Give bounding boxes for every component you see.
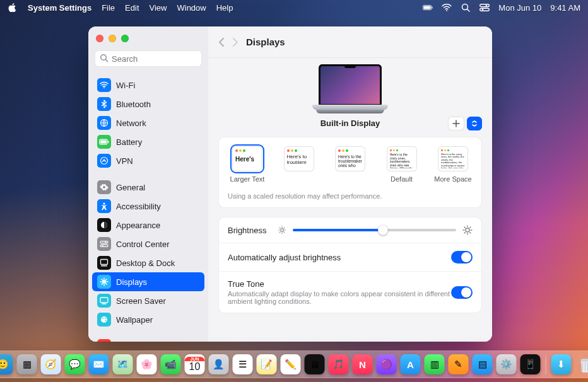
- dock-app-finder[interactable]: 🙂: [0, 354, 13, 374]
- sidebar-item-label: Screen Saver: [116, 296, 166, 306]
- svg-rect-20: [100, 245, 108, 246]
- window-minimize-button[interactable]: [109, 35, 116, 42]
- dock-app-maps[interactable]: 🗺️: [113, 354, 133, 374]
- dock-app-mail[interactable]: ✉️: [89, 354, 109, 374]
- window-zoom-button[interactable]: [121, 35, 129, 42]
- sidebar-item-label: Battery: [116, 137, 142, 147]
- svg-point-26: [101, 316, 107, 323]
- cc-icon: [97, 237, 111, 251]
- sidebar-item-bluetooth[interactable]: Bluetooth: [92, 95, 204, 113]
- dock-app-contacts[interactable]: 👤: [209, 354, 229, 374]
- dock-app-keynote[interactable]: ▤: [473, 354, 493, 374]
- batt-icon: [97, 135, 111, 149]
- spotlight-icon[interactable]: [461, 3, 471, 13]
- sidebar-item-wallpaper[interactable]: Wallpaper: [92, 310, 204, 329]
- menubar-item-view[interactable]: View: [150, 3, 167, 13]
- svg-point-30: [281, 229, 284, 232]
- dock-app-notes[interactable]: 📝: [257, 354, 277, 374]
- sidebar-item-vpn[interactable]: VPN: [92, 151, 204, 170]
- dock-app-iphone-mirroring[interactable]: 📱: [520, 354, 541, 374]
- dock-app-calendar[interactable]: JUN10: [185, 354, 205, 374]
- svg-rect-7: [480, 8, 490, 11]
- dock-app-launchpad[interactable]: ▦: [17, 354, 37, 374]
- control-center-icon[interactable]: [479, 3, 490, 13]
- add-display-button[interactable]: [448, 117, 464, 130]
- display-thumbnail[interactable]: [312, 64, 388, 113]
- menubar-time[interactable]: 9:41 AM: [550, 3, 580, 13]
- dock-app-numbers[interactable]: ▥: [425, 354, 445, 374]
- resolution-option-3[interactable]: Here's to the crazy ones, troublemakers,…: [382, 146, 421, 183]
- resolution-option-0[interactable]: Here'sLarger Text: [228, 146, 267, 183]
- svg-rect-18: [100, 241, 108, 243]
- auto-brightness-label: Automatically adjust brightness: [228, 253, 341, 262]
- menubar-item-window[interactable]: Window: [177, 3, 206, 13]
- sidebar-item-wi-fi[interactable]: Wi-Fi: [92, 76, 204, 95]
- svg-point-29: [105, 320, 107, 321]
- sidebar-item-network[interactable]: Network: [92, 113, 204, 132]
- sidebar-item-displays[interactable]: Displays: [92, 272, 204, 291]
- dock-app-facetime[interactable]: 📹: [161, 354, 181, 374]
- resolution-option-1[interactable]: Here's to troublem: [279, 146, 319, 183]
- truetone-switch[interactable]: [451, 286, 473, 299]
- brightness-slider[interactable]: [293, 229, 456, 231]
- brightness-min-icon: [278, 226, 286, 234]
- svg-point-32: [580, 359, 588, 361]
- dock-app-appstore[interactable]: A: [401, 354, 421, 374]
- acc-icon: [97, 199, 111, 213]
- search-input[interactable]: [95, 50, 202, 67]
- dock-trash[interactable]: [575, 354, 589, 374]
- sidebar-item-appearance[interactable]: Appearance: [92, 216, 204, 234]
- menubar-app-name[interactable]: System Settings: [28, 3, 91, 13]
- sidebar-item-control-center[interactable]: Control Center: [92, 234, 204, 253]
- battery-status-icon[interactable]: [423, 3, 433, 13]
- menubar-item-edit[interactable]: Edit: [125, 3, 139, 13]
- svg-point-8: [482, 9, 484, 11]
- display-arrangement-popup[interactable]: [467, 117, 482, 130]
- wifi-status-icon[interactable]: [442, 3, 452, 13]
- dock-icon: [97, 256, 111, 270]
- dock-stack-downloads[interactable]: ⬇︎: [551, 354, 572, 374]
- dock-app-pages[interactable]: ✎: [449, 354, 469, 374]
- svg-rect-2: [424, 6, 431, 9]
- sidebar-item-notifications[interactable]: Notifications: [92, 337, 204, 342]
- nav-forward-button[interactable]: [232, 37, 238, 47]
- resolution-option-2[interactable]: Here's to the troublemakers, ones who: [331, 146, 370, 183]
- apple-menu-icon[interactable]: [8, 3, 18, 13]
- svg-rect-14: [100, 141, 107, 144]
- sidebar-item-desktop-dock[interactable]: Desktop & Dock: [92, 253, 204, 272]
- menubar-item-file[interactable]: File: [102, 3, 115, 13]
- dock-app-podcasts[interactable]: 🟣: [377, 354, 397, 374]
- dock-app-safari[interactable]: 🧭: [41, 354, 61, 374]
- dock-app-music[interactable]: 🎵: [329, 354, 349, 374]
- svg-point-27: [102, 318, 103, 319]
- wall-icon: [97, 313, 111, 327]
- dock-app-photos[interactable]: 🌸: [137, 354, 157, 374]
- menubar-date[interactable]: Mon Jun 10: [498, 3, 541, 13]
- sidebar-item-screen-saver[interactable]: Screen Saver: [92, 291, 204, 310]
- svg-rect-5: [480, 4, 490, 7]
- disp-icon: [97, 275, 111, 289]
- svg-point-19: [105, 241, 106, 243]
- sidebar-item-label: Wi-Fi: [116, 81, 135, 90]
- resolution-option-4[interactable]: Here's to the crazy ones, the misfits, t…: [433, 146, 473, 183]
- sidebar-item-label: Network: [116, 119, 146, 128]
- sidebar-item-general[interactable]: General: [92, 178, 204, 197]
- sidebar-item-label: General: [116, 183, 145, 192]
- dock-app-messages[interactable]: 💬: [65, 354, 85, 374]
- dock-app-settings[interactable]: ⚙️: [497, 354, 517, 374]
- sidebar-search: [95, 50, 202, 67]
- dock-app-freeform[interactable]: ✏️: [281, 354, 301, 374]
- nav-back-button[interactable]: [218, 37, 225, 47]
- menubar-item-help[interactable]: Help: [216, 3, 233, 13]
- sidebar-item-battery[interactable]: Battery: [92, 132, 204, 151]
- sidebar-item-accessibility[interactable]: Accessibility: [92, 197, 204, 216]
- auto-brightness-switch[interactable]: [451, 251, 473, 263]
- menubar: System Settings File Edit View Window He…: [0, 0, 588, 15]
- sidebar-item-label: Bluetooth: [116, 100, 151, 109]
- window-close-button[interactable]: [96, 35, 103, 42]
- dock-app-tv[interactable]: 🖥: [305, 354, 325, 374]
- svg-point-28: [105, 318, 106, 319]
- dock-app-news[interactable]: N: [353, 354, 373, 374]
- dock-app-reminders[interactable]: ☰: [233, 354, 253, 374]
- vpn-icon: [97, 154, 111, 168]
